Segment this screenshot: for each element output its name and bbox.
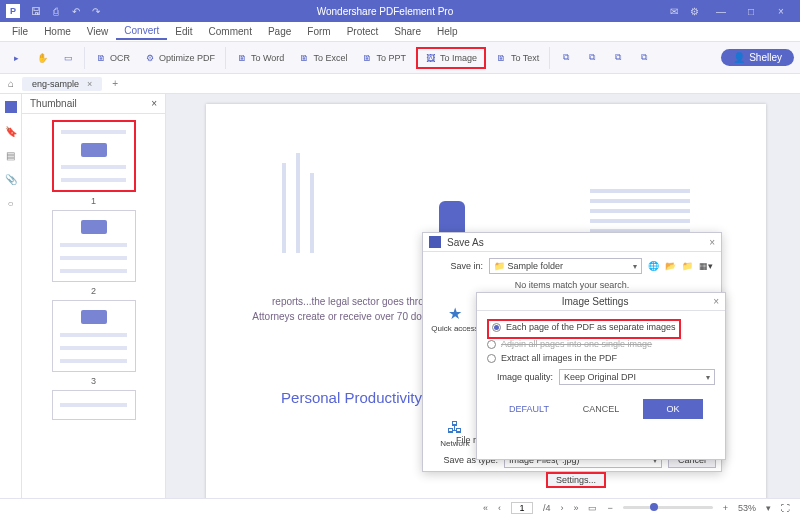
print-icon[interactable]: ⎙ [50,5,62,17]
image-settings-title: Image Settings × [477,293,725,311]
menu-page[interactable]: Page [260,24,299,39]
to-image-button[interactable]: 🖼To Image [421,50,481,66]
bookmark-icon[interactable]: 🔖 [4,124,18,138]
merge-icon: ⧉ [638,52,650,64]
gear-icon[interactable]: ⚙ [688,5,700,17]
merge-icon: ⧉ [560,52,572,64]
image-settings-close-icon[interactable]: × [713,296,719,307]
hand-icon: ✋ [36,52,48,64]
canvas-area[interactable]: Legal reports...the legal sector goes th… [166,94,800,498]
zoom-in-icon[interactable]: + [723,503,728,513]
menu-view[interactable]: View [79,24,117,39]
to-word-button[interactable]: 🗎To Word [232,50,288,66]
hand-tool[interactable]: ✋ [32,50,52,66]
menu-help[interactable]: Help [429,24,466,39]
combine-button-4[interactable]: ⧉ [634,50,654,66]
user-pill[interactable]: 👤Shelley [721,49,794,66]
wheel-icon: ⚙ [144,52,156,64]
workspace: 🔖 ▤ 📎 ○ Thumbnail × 1 2 3 Legal report [0,94,800,498]
radio-icon [487,340,496,349]
option-separate[interactable]: Each page of the PDF as separate images [492,322,676,332]
attachment-icon[interactable]: 📎 [4,172,18,186]
thumbnail-list: 1 2 3 [22,114,165,426]
menu-share[interactable]: Share [386,24,429,39]
menu-convert[interactable]: Convert [116,23,167,40]
default-button[interactable]: DEFAULT [499,399,559,419]
text-icon: 🗎 [496,52,508,64]
home-icon[interactable]: ⌂ [4,77,18,91]
menu-edit[interactable]: Edit [167,24,200,39]
thumbnail-icon[interactable] [4,100,18,114]
menu-file[interactable]: File [4,24,36,39]
layers-icon[interactable]: ▤ [4,148,18,162]
thumbnail-2[interactable] [52,210,136,282]
option-extract[interactable]: Extract all images in the PDF [487,353,715,363]
zoom-slider[interactable] [623,506,713,509]
last-page-icon[interactable]: » [573,503,578,513]
word-icon: 🗎 [236,52,248,64]
save-as-close-icon[interactable]: × [709,237,715,248]
vertical-toolbar: 🔖 ▤ 📎 ○ [0,94,22,498]
save-in-label: Save in: [431,261,483,271]
quick-access-link[interactable]: ★Quick access [431,302,479,333]
new-folder-icon[interactable]: 📁 [682,261,693,271]
page-total: /4 [543,503,551,513]
up-icon[interactable]: 📂 [665,261,676,271]
to-image-highlight: 🖼To Image [416,47,486,69]
thumbnail-4[interactable] [52,390,136,420]
title-bar: P 🖫 ⎙ ↶ ↷ Wondershare PDFelement Pro ✉ ⚙… [0,0,800,22]
option-single[interactable]: Adjoin all pages into one single image [487,339,715,349]
save-as-title-bar: Save As × [423,233,721,252]
settings-button[interactable]: Settings... [546,472,606,488]
to-excel-button[interactable]: 🗎To Excel [294,50,351,66]
rect-select-tool[interactable]: ▭ [58,50,78,66]
ok-button[interactable]: OK [643,399,703,419]
save-icon[interactable]: 🖫 [30,5,42,17]
cursor-icon: ▸ [10,52,22,64]
menu-comment[interactable]: Comment [201,24,260,39]
redo-icon[interactable]: ↷ [90,5,102,17]
is-cancel-button[interactable]: CANCEL [571,399,631,419]
close-tab-icon[interactable]: × [87,79,92,89]
avatar-icon: 👤 [733,52,745,63]
fit-width-icon[interactable]: ⛶ [781,503,790,513]
quick-toolbar: 🖫 ⎙ ↶ ↷ [30,5,102,17]
back-icon[interactable]: 🌐 [648,261,659,271]
thumb-index-1: 1 [91,196,96,206]
new-tab-button[interactable]: + [106,78,124,89]
thumbnail-3[interactable] [52,300,136,372]
combine-button-3[interactable]: ⧉ [608,50,628,66]
minimize-button[interactable]: — [708,6,734,17]
ocr-button[interactable]: 🗎OCR [91,50,134,66]
save-in-select[interactable]: 📁 Sample folder▾ [489,258,642,274]
optimize-button[interactable]: ⚙Optimize PDF [140,50,219,66]
next-page-icon[interactable]: › [560,503,563,513]
first-page-icon[interactable]: « [483,503,488,513]
menu-bar: File Home View Convert Edit Comment Page… [0,22,800,42]
zoom-out-icon[interactable]: − [607,503,612,513]
select-tool[interactable]: ▸ [6,50,26,66]
close-panel-icon[interactable]: × [151,98,157,109]
menu-form[interactable]: Form [299,24,338,39]
view-icon[interactable]: ▦▾ [699,261,713,271]
zoom-dropdown-icon[interactable]: ▾ [766,503,771,513]
page-number-input[interactable] [511,502,533,514]
view-mode-icon[interactable]: ▭ [588,503,597,513]
mail-icon[interactable]: ✉ [668,5,680,17]
document-tab[interactable]: eng-sample × [22,77,102,91]
menu-home[interactable]: Home [36,24,79,39]
close-button[interactable]: × [768,6,794,17]
quality-select[interactable]: Keep Original DPI▾ [559,369,715,385]
app-logo-icon: P [6,4,20,18]
undo-icon[interactable]: ↶ [70,5,82,17]
to-text-button[interactable]: 🗎To Text [492,50,543,66]
thumbnail-1[interactable] [52,120,136,192]
thumb-index-3: 3 [91,376,96,386]
maximize-button[interactable]: □ [738,6,764,17]
combine-button-1[interactable]: ⧉ [556,50,576,66]
circle-icon[interactable]: ○ [4,196,18,210]
combine-button-2[interactable]: ⧉ [582,50,602,66]
menu-protect[interactable]: Protect [339,24,387,39]
prev-page-icon[interactable]: ‹ [498,503,501,513]
to-ppt-button[interactable]: 🗎To PPT [357,50,410,66]
